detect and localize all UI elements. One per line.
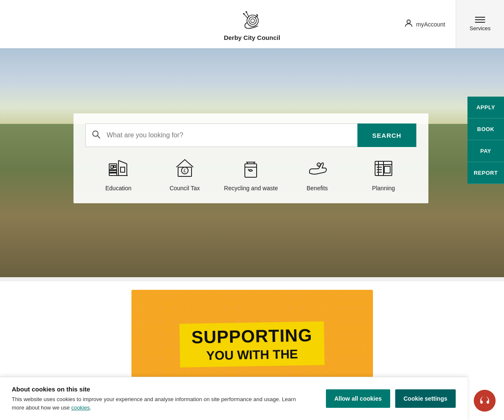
pay-action[interactable]: PAY — [467, 140, 504, 162]
education-label: Education — [105, 185, 131, 192]
svg-text:£: £ — [184, 168, 186, 173]
search-button[interactable]: SEARCH — [357, 123, 416, 147]
my-account-link[interactable]: myAccount — [404, 18, 445, 30]
book-action[interactable]: BOOK — [467, 118, 504, 140]
svg-line-3 — [244, 13, 248, 18]
search-input[interactable] — [107, 131, 357, 139]
recycling-icon — [238, 155, 263, 181]
council-tax-icon: £ — [172, 155, 197, 181]
svg-rect-14 — [109, 172, 117, 173]
my-account-label: myAccount — [416, 21, 445, 27]
svg-line-16 — [118, 160, 127, 164]
svg-line-9 — [97, 136, 100, 138]
svg-point-1 — [249, 17, 257, 24]
svg-rect-37 — [384, 166, 390, 173]
headphones-icon — [479, 395, 491, 407]
accessibility-button[interactable] — [474, 390, 496, 412]
apply-action[interactable]: APPLY — [467, 97, 504, 118]
benefits-icon: £ — [304, 155, 330, 181]
logo-icon — [239, 7, 265, 32]
services-label: Services — [470, 25, 491, 32]
svg-rect-11 — [111, 165, 113, 168]
cookie-link[interactable]: cookies — [71, 404, 90, 411]
svg-line-5 — [247, 12, 249, 17]
quick-link-planning[interactable]: Planning — [356, 155, 411, 192]
site-title: Derby City Council — [224, 34, 280, 41]
page-header: Derby City Council myAccount Services — [0, 0, 504, 48]
search-panel: SEARCH Education — [74, 113, 428, 203]
services-button[interactable]: Services — [456, 0, 504, 48]
svg-point-8 — [93, 131, 98, 136]
quick-link-recycling[interactable]: Recycling and waste — [223, 155, 278, 192]
cookie-settings-button[interactable]: Cookie settings — [395, 389, 456, 408]
hamburger-icon — [475, 17, 485, 23]
cookie-body-end: . — [90, 404, 92, 411]
promo-text-box: SUPPORTING YOU WITH THE — [179, 321, 324, 368]
svg-point-6 — [246, 11, 247, 13]
quick-link-benefits[interactable]: £ Benefits — [290, 155, 344, 192]
promo-main-text: SUPPORTING — [191, 326, 312, 347]
planning-label: Planning — [372, 185, 395, 192]
benefits-label: Benefits — [307, 185, 328, 192]
planning-icon — [371, 155, 396, 181]
cookie-banner: About cookies on this site This website … — [0, 377, 467, 420]
allow-all-cookies-button[interactable]: Allow all cookies — [326, 389, 390, 408]
cookie-body-text: This website uses cookies to improve you… — [12, 396, 296, 411]
svg-rect-19 — [121, 167, 125, 172]
cookie-text-area: About cookies on this site This website … — [12, 386, 297, 412]
cookie-title: About cookies on this site — [12, 386, 297, 393]
search-icon — [86, 130, 107, 141]
hero-section: SEARCH Education — [0, 48, 504, 277]
cookie-body: This website uses cookies to improve you… — [12, 395, 297, 412]
svg-point-7 — [407, 20, 410, 24]
report-action[interactable]: REPORT — [467, 162, 504, 184]
quick-link-council-tax[interactable]: £ Council Tax — [158, 155, 212, 192]
quick-links: Education £ Council Tax — [85, 155, 417, 192]
logo[interactable]: Derby City Council — [224, 7, 280, 41]
svg-rect-13 — [109, 170, 117, 171]
education-icon — [106, 155, 131, 181]
svg-rect-24 — [245, 164, 257, 177]
svg-point-4 — [243, 13, 245, 14]
sidebar-actions: APPLY BOOK PAY REPORT — [467, 97, 504, 184]
svg-point-2 — [251, 18, 255, 22]
council-tax-label: Council Tax — [170, 185, 200, 192]
search-bar: SEARCH — [85, 123, 417, 147]
recycling-label: Recycling and waste — [224, 185, 278, 192]
promo-sub-text: YOU WITH THE — [192, 347, 312, 363]
quick-link-education[interactable]: Education — [91, 155, 146, 192]
cookie-buttons: Allow all cookies Cookie settings — [326, 389, 456, 408]
svg-rect-12 — [114, 165, 116, 168]
account-icon — [404, 18, 414, 30]
